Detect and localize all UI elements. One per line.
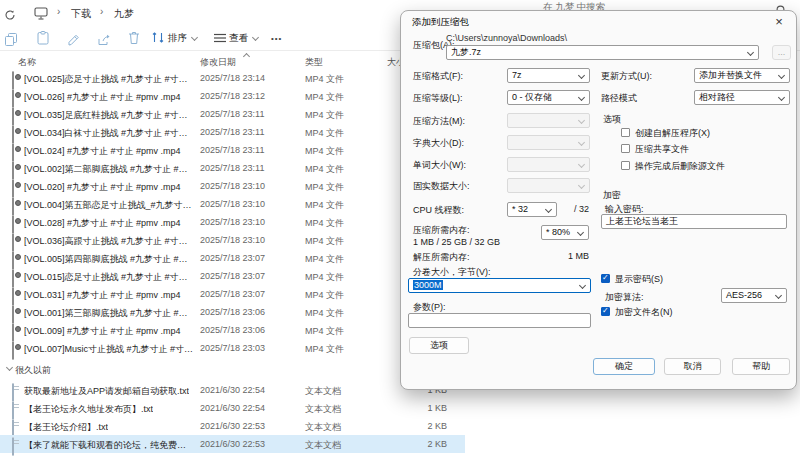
format-combo[interactable]: 7z xyxy=(507,68,590,83)
file-row[interactable]: 【老王论坛介绍】.txt2021/6/30 22:53文本文档2 KB xyxy=(0,417,465,435)
file-row[interactable]: 获取最新地址及APP请发邮箱自动获取.txt2021/6/30 22:54文本文… xyxy=(0,381,465,399)
column-name[interactable]: 名称 xyxy=(18,56,36,69)
file-row[interactable]: 【老王论坛永久地址发布页】.txt2021/6/30 22:54文本文档1 KB xyxy=(0,399,465,417)
show-password-checkbox[interactable] xyxy=(601,274,610,283)
more-options-button[interactable]: ••• xyxy=(271,30,282,47)
file-date: 2025/7/18 23:06 xyxy=(200,325,265,335)
view-button[interactable]: 查看 xyxy=(214,30,258,47)
threads-combo[interactable]: * 32 xyxy=(507,202,557,217)
delete-after-checkbox-label: 操作完成后删除源文件 xyxy=(635,160,725,173)
encrypt-names-checkbox[interactable] xyxy=(601,307,610,316)
group-header[interactable]: 很久以前 xyxy=(0,357,465,381)
breadcrumb-item-downloads[interactable]: 下载 xyxy=(71,7,91,21)
file-name: [VOL.009] #九梦寸止 #寸止 #pmv .mp4 xyxy=(24,325,181,338)
file-row[interactable]: [VOL.015]恋足寸止挑战 #九梦寸止 #寸止 #pm...2025/7/1… xyxy=(0,267,465,285)
file-date: 2021/6/30 22:53 xyxy=(200,439,265,449)
file-row[interactable]: [VOL.028] #九梦寸止 #寸止 #pmv .mp42025/7/18 2… xyxy=(0,213,465,231)
file-type: MP4 文件 xyxy=(305,199,344,212)
solid-size-label: 固实数据大小: xyxy=(413,180,470,193)
copy-icon[interactable] xyxy=(5,32,18,50)
file-row[interactable]: [VOL.035]足底红鞋挑战 #九梦寸止 #寸止 #pm...2025/7/1… xyxy=(0,105,465,123)
archive-path: C:\Users\zunnoya\Downloads\ xyxy=(446,33,567,43)
file-name: [VOL.028] #九梦寸止 #寸止 #pmv .mp4 xyxy=(24,217,181,230)
file-type: MP4 文件 xyxy=(305,145,344,158)
file-row[interactable]: 【来了就能下载和观看的论坛，纯免费！】.txt2021/6/30 22:53文本… xyxy=(0,435,465,453)
level-label: 压缩等级(L): xyxy=(413,92,463,105)
file-row[interactable]: [VOL.001]第三部脚底挑战 #九梦寸止 #寸止 #...2025/7/18… xyxy=(0,303,465,321)
delete-icon[interactable] xyxy=(128,31,140,49)
collapse-chevron-icon[interactable] xyxy=(6,364,13,371)
level-combo[interactable]: 0 - 仅存储 xyxy=(507,90,590,105)
shared-files-checkbox[interactable] xyxy=(621,144,630,153)
delete-after-checkbox[interactable] xyxy=(621,161,630,170)
view-list-icon xyxy=(214,33,226,45)
file-row[interactable]: [VOL.024] #九梦寸止 #寸止 #pmv .mp42025/7/18 2… xyxy=(0,141,465,159)
sfx-checkbox[interactable] xyxy=(621,128,630,137)
file-type: 文本文档 xyxy=(305,385,341,398)
file-row[interactable]: [VOL.036]高跟寸止挑战 #九梦寸止 #寸止 #pm...2025/7/1… xyxy=(0,231,465,249)
file-name: [VOL.007]Music寸止挑战 #九梦寸止 #寸止 #p... xyxy=(24,343,194,356)
this-pc-icon[interactable] xyxy=(34,6,49,24)
file-name: 【来了就能下载和观看的论坛，纯免费！】.txt xyxy=(24,439,194,452)
file-date: 2025/7/18 23:11 xyxy=(200,145,264,155)
file-type: 文本文档 xyxy=(305,421,341,434)
file-row[interactable]: [VOL.020] #九梦寸止 #寸止 #pmv .mp42025/7/18 2… xyxy=(0,177,465,195)
file-name: [VOL.001]第三部脚底挑战 #九梦寸止 #寸止 #... xyxy=(24,307,194,320)
file-row[interactable]: [VOL.002]第二部脚底挑战 #九梦寸止 #寸止 #...2025/7/18… xyxy=(0,159,465,177)
method-combo xyxy=(507,113,590,128)
file-row[interactable]: [VOL.026] #九梦寸止 #寸止 #pmv .mp42025/7/18 2… xyxy=(0,87,465,105)
path-mode-combo[interactable]: 相对路径 xyxy=(694,90,790,105)
file-type: MP4 文件 xyxy=(305,181,344,194)
file-type: 文本文档 xyxy=(305,403,341,416)
help-button[interactable]: 帮助 xyxy=(732,358,790,375)
file-date: 2025/7/18 23:07 xyxy=(200,289,265,299)
file-row[interactable]: [VOL.025]恋足寸止挑战 #九梦寸止 #寸止 #pm...2025/7/1… xyxy=(0,69,465,87)
sort-ascending-icon xyxy=(243,53,250,60)
file-type: MP4 文件 xyxy=(305,325,344,338)
file-row[interactable]: [VOL.007]Music寸止挑战 #九梦寸止 #寸止 #p...2025/7… xyxy=(0,339,465,357)
paste-icon[interactable] xyxy=(37,31,49,49)
dictionary-label: 字典大小(D): xyxy=(413,137,464,150)
file-row[interactable]: [VOL.009] #九梦寸止 #寸止 #pmv .mp42025/7/18 2… xyxy=(0,321,465,339)
breadcrumb-item-folder[interactable]: 九梦 xyxy=(114,7,134,21)
file-row[interactable]: [VOL.005]第四部脚底挑战 #九梦寸止 #寸止 #...2025/7/18… xyxy=(0,249,465,267)
rename-icon[interactable] xyxy=(68,32,81,50)
refresh-icon[interactable] xyxy=(4,7,16,25)
sfx-checkbox-label: 创建自解压程序(X) xyxy=(635,127,710,140)
column-type[interactable]: 类型 xyxy=(305,56,323,69)
file-row[interactable]: [VOL.034]白袜寸止挑战 #九梦寸止 #寸止 #pm...2025/7/1… xyxy=(0,123,465,141)
update-mode-combo[interactable]: 添加并替换文件 xyxy=(694,68,790,83)
add-to-archive-dialog: 添加到压缩包 × 压缩包(A): C:\Users\zunnoya\Downlo… xyxy=(400,10,797,390)
view-label: 查看 xyxy=(229,32,248,45)
algorithm-combo[interactable]: AES-256 xyxy=(721,288,787,303)
file-name: 获取最新地址及APP请发邮箱自动获取.txt xyxy=(24,385,189,398)
file-name: [VOL.026] #九梦寸止 #寸止 #pmv .mp4 xyxy=(24,91,181,104)
password-input[interactable]: 上老王论坛当老王 xyxy=(601,214,787,229)
file-size: 1 KB xyxy=(395,403,447,413)
memory-percent-combo[interactable]: * 80% xyxy=(541,225,589,240)
split-combo[interactable]: 3000M xyxy=(408,278,591,293)
cancel-button[interactable]: 取消 xyxy=(664,358,721,375)
archive-name-combo[interactable]: 九梦.7z xyxy=(446,45,759,60)
close-icon[interactable]: × xyxy=(770,14,788,30)
file-row[interactable]: [VOL.031] #九梦寸止 #寸止 #pmv .mp42025/7/18 2… xyxy=(0,285,465,303)
memory-compress-value: 1 MB / 25 GB / 32 GB xyxy=(413,237,500,247)
explorer-window: › 下载 › 九梦 在 九梦 中搜索 排序 xyxy=(0,0,800,460)
column-header-row: 名称 修改日期 类型 大小 xyxy=(0,51,465,69)
file-row[interactable]: [VOL.004]第五部恋足寸止挑战_#九梦寸止_#寸...2025/7/18 … xyxy=(0,195,465,213)
word-size-label: 单词大小(W): xyxy=(413,159,466,172)
file-date: 2025/7/18 23:10 xyxy=(200,181,265,191)
file-name: 【老王论坛永久地址发布页】.txt xyxy=(24,403,153,416)
dictionary-combo xyxy=(507,135,590,150)
share-icon[interactable] xyxy=(98,32,111,50)
sort-button[interactable]: 排序 xyxy=(152,30,197,47)
parameters-input[interactable] xyxy=(408,313,591,328)
encryption-group-label: 加密 xyxy=(603,189,621,202)
options-button[interactable]: 选项 xyxy=(409,337,469,354)
column-date[interactable]: 修改日期 xyxy=(200,56,236,69)
chevron-down-icon xyxy=(191,34,198,41)
file-date: 2021/6/30 22:54 xyxy=(200,385,265,395)
ok-button[interactable]: 确定 xyxy=(593,358,655,375)
file-name: [VOL.005]第四部脚底挑战 #九梦寸止 #寸止 #... xyxy=(24,253,194,266)
browse-button[interactable]: ... xyxy=(772,45,791,60)
